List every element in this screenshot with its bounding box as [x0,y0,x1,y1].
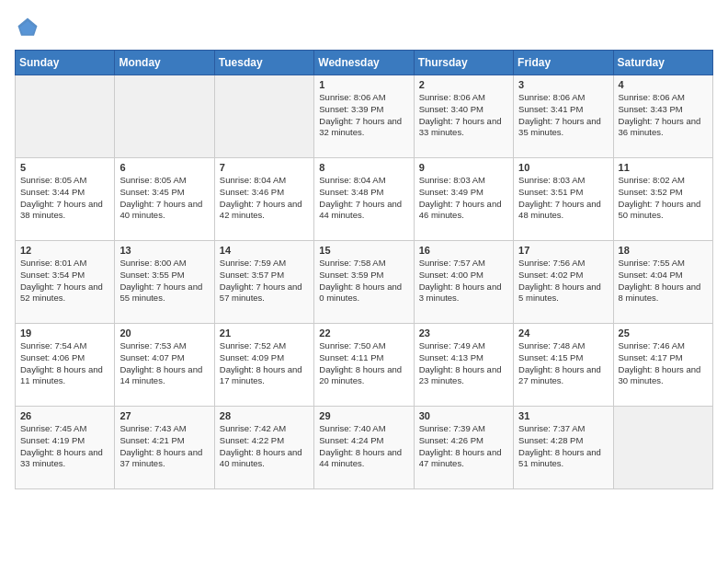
cell-content: Sunrise: 7:45 AM Sunset: 4:19 PM Dayligh… [20,423,109,470]
day-number: 7 [220,162,309,173]
calendar-cell: 13Sunrise: 8:00 AM Sunset: 3:55 PM Dayli… [115,241,214,324]
calendar-cell: 31Sunrise: 7:37 AM Sunset: 4:28 PM Dayli… [514,407,613,489]
calendar-cell: 7Sunrise: 8:04 AM Sunset: 3:46 PM Daylig… [214,158,313,241]
calendar-cell: 11Sunrise: 8:02 AM Sunset: 3:52 PM Dayli… [613,158,712,241]
day-number: 3 [518,79,608,90]
cell-content: Sunrise: 7:59 AM Sunset: 3:57 PM Dayligh… [220,258,309,304]
cell-content: Sunrise: 8:06 AM Sunset: 3:41 PM Dayligh… [518,92,608,139]
day-number: 23 [419,327,508,339]
cell-content: Sunrise: 8:02 AM Sunset: 3:52 PM Dayligh… [619,175,708,222]
cell-content: Sunrise: 7:57 AM Sunset: 4:00 PM Dayligh… [419,258,508,304]
calendar-cell: 26Sunrise: 7:45 AM Sunset: 4:19 PM Dayli… [16,407,115,489]
day-number: 28 [220,410,309,421]
day-number: 30 [419,410,508,421]
cell-content: Sunrise: 8:05 AM Sunset: 3:45 PM Dayligh… [119,175,209,222]
cell-content: Sunrise: 8:03 AM Sunset: 3:49 PM Dayligh… [419,175,508,222]
day-number: 26 [20,410,109,421]
day-number: 16 [419,245,508,256]
day-number: 2 [419,79,508,90]
day-number: 25 [619,327,708,339]
day-number: 11 [619,162,708,173]
cell-content: Sunrise: 8:01 AM Sunset: 3:54 PM Dayligh… [20,258,109,304]
week-row-3: 19Sunrise: 7:54 AM Sunset: 4:06 PM Dayli… [16,324,713,407]
calendar-cell [16,75,115,158]
calendar-cell: 30Sunrise: 7:39 AM Sunset: 4:26 PM Dayli… [414,407,513,489]
calendar-cell: 8Sunrise: 8:04 AM Sunset: 3:48 PM Daylig… [314,158,414,241]
day-number: 5 [20,162,109,173]
day-number: 1 [319,79,408,90]
cell-content: Sunrise: 7:37 AM Sunset: 4:28 PM Dayligh… [518,423,608,470]
cell-content: Sunrise: 7:43 AM Sunset: 4:21 PM Dayligh… [119,423,209,470]
calendar-cell: 14Sunrise: 7:59 AM Sunset: 3:57 PM Dayli… [214,241,313,324]
calendar-cell: 4Sunrise: 8:06 AM Sunset: 3:43 PM Daylig… [613,75,712,158]
calendar-cell: 12Sunrise: 8:01 AM Sunset: 3:54 PM Dayli… [16,241,115,324]
cell-content: Sunrise: 8:03 AM Sunset: 3:51 PM Dayligh… [518,175,608,222]
calendar-header: SundayMondayTuesdayWednesdayThursdayFrid… [16,51,713,75]
cell-content: Sunrise: 7:42 AM Sunset: 4:22 PM Dayligh… [220,423,309,470]
cell-content: Sunrise: 8:04 AM Sunset: 3:46 PM Dayligh… [220,175,309,222]
header-cell-saturday: Saturday [613,51,712,75]
cell-content: Sunrise: 7:50 AM Sunset: 4:11 PM Dayligh… [319,340,408,387]
calendar-body: 1Sunrise: 8:06 AM Sunset: 3:39 PM Daylig… [16,75,713,489]
day-number: 22 [319,327,408,339]
logo [15,15,44,40]
calendar-cell: 1Sunrise: 8:06 AM Sunset: 3:39 PM Daylig… [314,75,414,158]
week-row-1: 5Sunrise: 8:05 AM Sunset: 3:44 PM Daylig… [16,158,713,241]
cell-content: Sunrise: 7:39 AM Sunset: 4:26 PM Dayligh… [419,423,508,470]
day-number: 6 [119,162,209,173]
header-row: SundayMondayTuesdayWednesdayThursdayFrid… [16,51,713,75]
calendar-cell: 19Sunrise: 7:54 AM Sunset: 4:06 PM Dayli… [16,324,115,407]
day-number: 10 [518,162,608,173]
cell-content: Sunrise: 7:56 AM Sunset: 4:02 PM Dayligh… [518,258,608,304]
calendar-cell: 28Sunrise: 7:42 AM Sunset: 4:22 PM Dayli… [214,407,313,489]
cell-content: Sunrise: 8:05 AM Sunset: 3:44 PM Dayligh… [20,175,109,222]
cell-content: Sunrise: 8:06 AM Sunset: 3:43 PM Dayligh… [619,92,708,139]
header-cell-wednesday: Wednesday [314,51,414,75]
calendar-table: SundayMondayTuesdayWednesdayThursdayFrid… [15,50,713,489]
day-number: 13 [119,245,209,256]
day-number: 19 [20,327,109,339]
cell-content: Sunrise: 8:06 AM Sunset: 3:39 PM Dayligh… [319,92,408,139]
day-number: 12 [20,245,109,256]
day-number: 17 [518,245,608,256]
cell-content: Sunrise: 7:48 AM Sunset: 4:15 PM Dayligh… [518,340,608,387]
calendar-cell: 22Sunrise: 7:50 AM Sunset: 4:11 PM Dayli… [314,324,414,407]
header-cell-sunday: Sunday [16,51,115,75]
header-cell-monday: Monday [115,51,214,75]
header-cell-thursday: Thursday [414,51,513,75]
calendar-cell: 23Sunrise: 7:49 AM Sunset: 4:13 PM Dayli… [414,324,513,407]
cell-content: Sunrise: 8:00 AM Sunset: 3:55 PM Dayligh… [119,258,209,304]
day-number: 15 [319,245,408,256]
cell-content: Sunrise: 7:53 AM Sunset: 4:07 PM Dayligh… [119,340,209,387]
day-number: 9 [419,162,508,173]
day-number: 18 [619,245,708,256]
calendar-cell: 24Sunrise: 7:48 AM Sunset: 4:15 PM Dayli… [514,324,613,407]
calendar-cell: 17Sunrise: 7:56 AM Sunset: 4:02 PM Dayli… [514,241,613,324]
calendar-cell: 27Sunrise: 7:43 AM Sunset: 4:21 PM Dayli… [115,407,214,489]
calendar-cell: 5Sunrise: 8:05 AM Sunset: 3:44 PM Daylig… [16,158,115,241]
cell-content: Sunrise: 7:58 AM Sunset: 3:59 PM Dayligh… [319,258,408,304]
calendar-cell [214,75,313,158]
calendar-cell: 6Sunrise: 8:05 AM Sunset: 3:45 PM Daylig… [115,158,214,241]
calendar-cell: 21Sunrise: 7:52 AM Sunset: 4:09 PM Dayli… [214,324,313,407]
week-row-2: 12Sunrise: 8:01 AM Sunset: 3:54 PM Dayli… [16,241,713,324]
day-number: 4 [619,79,708,90]
calendar-cell: 3Sunrise: 8:06 AM Sunset: 3:41 PM Daylig… [514,75,613,158]
cell-content: Sunrise: 8:06 AM Sunset: 3:40 PM Dayligh… [419,92,508,139]
page-header [15,15,713,40]
calendar-cell: 29Sunrise: 7:40 AM Sunset: 4:24 PM Dayli… [314,407,414,489]
cell-content: Sunrise: 7:52 AM Sunset: 4:09 PM Dayligh… [220,340,309,387]
calendar-cell [613,407,712,489]
day-number: 27 [119,410,209,421]
cell-content: Sunrise: 7:46 AM Sunset: 4:17 PM Dayligh… [619,340,708,387]
day-number: 21 [220,327,309,339]
calendar-cell: 16Sunrise: 7:57 AM Sunset: 4:00 PM Dayli… [414,241,513,324]
cell-content: Sunrise: 7:49 AM Sunset: 4:13 PM Dayligh… [419,340,508,387]
calendar-cell: 18Sunrise: 7:55 AM Sunset: 4:04 PM Dayli… [613,241,712,324]
day-number: 20 [119,327,209,339]
cell-content: Sunrise: 7:40 AM Sunset: 4:24 PM Dayligh… [319,423,408,470]
calendar-cell: 25Sunrise: 7:46 AM Sunset: 4:17 PM Dayli… [613,324,712,407]
cell-content: Sunrise: 8:04 AM Sunset: 3:48 PM Dayligh… [319,175,408,222]
header-cell-tuesday: Tuesday [214,51,313,75]
header-cell-friday: Friday [514,51,613,75]
